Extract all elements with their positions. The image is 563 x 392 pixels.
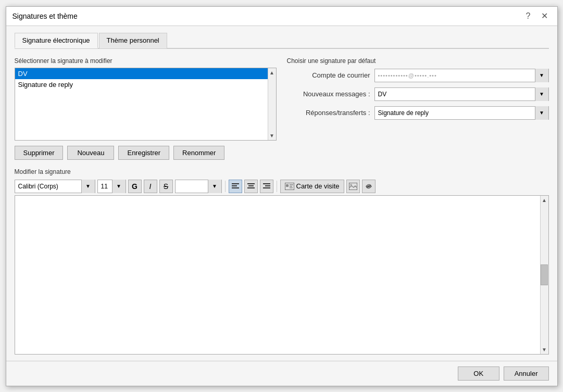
svg-rect-3	[247, 183, 255, 184]
svg-rect-0	[232, 183, 239, 184]
title-bar: Signatures et thème ? ✕	[6, 7, 557, 26]
align-left-button[interactable]	[229, 180, 242, 193]
nouveau-button[interactable]: Nouveau	[67, 146, 114, 160]
dialog-footer: OK Annuler	[6, 361, 557, 386]
carte-visite-icon	[285, 183, 294, 190]
tab-theme-label: Thème personnel	[107, 36, 159, 44]
insert-link-icon	[365, 183, 373, 190]
scroll-up-arrow[interactable]: ▲	[268, 68, 276, 77]
modify-section: Modifier la signature Calibri (Corps) ▼ …	[15, 168, 549, 355]
nouveaux-messages-value: DV	[375, 89, 535, 99]
color-value	[176, 185, 208, 188]
scroll-down-arrow[interactable]: ▼	[268, 131, 276, 140]
scroll-thumb	[541, 264, 548, 285]
sig-item-reply[interactable]: Signature de reply	[15, 79, 268, 90]
svg-rect-7	[265, 185, 270, 186]
compte-courrier-label: Compte de courrier	[287, 71, 370, 79]
editor-scroll-down[interactable]: ▼	[540, 345, 548, 354]
color-select[interactable]: ▼	[175, 180, 222, 193]
svg-rect-1	[232, 185, 237, 186]
tab-theme-personnel[interactable]: Thème personnel	[99, 33, 167, 48]
editor-scroll-up[interactable]: ▲	[540, 196, 548, 205]
insert-image-button[interactable]	[346, 180, 360, 193]
sig-list-container: DV Signature de reply ▲ ▼	[15, 68, 277, 141]
reponses-transferts-select[interactable]: Signature de reply ▼	[374, 106, 549, 120]
color-select-arrow[interactable]: ▼	[208, 180, 221, 193]
font-select-arrow[interactable]: ▼	[81, 180, 95, 193]
align-center-button[interactable]	[244, 180, 258, 193]
nouveaux-messages-label: Nouveaux messages :	[287, 90, 370, 98]
svg-rect-12	[290, 186, 292, 187]
sig-list-scrollbar: ▲ ▼	[268, 68, 276, 140]
tab-signature-label: Signature électronique	[22, 36, 90, 44]
svg-rect-10	[286, 184, 289, 187]
dialog-title: Signatures et thème	[12, 12, 78, 20]
reponses-transferts-value: Signature de reply	[375, 108, 535, 118]
default-sig-grid: Compte de courrier ••••••••••••@•••••.••…	[287, 69, 549, 120]
font-size-value: 11	[98, 181, 112, 192]
align-right-button[interactable]	[260, 180, 273, 193]
nouveaux-messages-row: Nouveaux messages : DV ▼	[287, 87, 549, 101]
insert-image-icon	[349, 183, 357, 190]
tabs-container: Signature électronique Thème personnel	[15, 32, 549, 49]
tab-signature-electronique[interactable]: Signature électronique	[15, 33, 98, 48]
main-section: Sélectionner la signature à modifier DV …	[15, 57, 549, 160]
carte-visite-button[interactable]: Carte de visite	[280, 180, 344, 193]
svg-rect-2	[232, 187, 239, 188]
sig-item-dv[interactable]: DV	[15, 68, 268, 79]
svg-rect-6	[263, 183, 270, 184]
svg-rect-8	[263, 187, 270, 188]
carte-visite-label: Carte de visite	[296, 182, 340, 190]
svg-rect-13	[290, 187, 293, 188]
align-right-icon	[263, 183, 270, 189]
signature-editor[interactable]: ▲ ▼	[15, 195, 549, 355]
dialog-content: Signature électronique Thème personnel S…	[6, 26, 557, 361]
compte-courrier-value: ••••••••••••@•••••.•••	[375, 71, 535, 80]
reponses-transferts-row: Réponses/transferts : Signature de reply…	[287, 106, 549, 120]
ok-button[interactable]: OK	[458, 366, 499, 381]
sig-list: DV Signature de reply	[15, 68, 268, 140]
dialog: Signatures et thème ? ✕ Signature électr…	[6, 6, 558, 386]
toolbar-divider-1	[225, 181, 226, 192]
modify-label: Modifier la signature	[15, 168, 549, 175]
cancel-button[interactable]: Annuler	[504, 366, 549, 381]
insert-link-button[interactable]	[362, 180, 376, 193]
svg-rect-4	[248, 185, 254, 186]
strikethrough-button[interactable]: S	[159, 180, 173, 193]
reponses-transferts-label: Réponses/transferts :	[287, 109, 370, 117]
align-center-icon	[247, 183, 255, 189]
font-value: Calibri (Corps)	[15, 181, 81, 192]
sig-list-label: Sélectionner la signature à modifier	[15, 57, 277, 65]
italic-button[interactable]: I	[144, 180, 157, 193]
close-button[interactable]: ✕	[538, 11, 551, 21]
font-size-arrow[interactable]: ▼	[112, 180, 126, 193]
default-sig-label: Choisir une signature par défaut	[287, 57, 549, 65]
font-size-select[interactable]: 11 ▼	[97, 180, 126, 193]
nouveaux-messages-arrow[interactable]: ▼	[535, 87, 548, 101]
toolbar-divider-2	[277, 181, 277, 192]
left-section: Sélectionner la signature à modifier DV …	[15, 57, 277, 160]
supprimer-button[interactable]: Supprimer	[15, 146, 64, 160]
svg-rect-5	[247, 187, 255, 188]
align-left-icon	[232, 183, 239, 189]
enregistrer-button[interactable]: Enregistrer	[118, 146, 169, 160]
renommer-button[interactable]: Renommer	[173, 146, 224, 160]
compte-courrier-select[interactable]: ••••••••••••@•••••.••• ▼	[374, 69, 549, 82]
compte-courrier-row: Compte de courrier ••••••••••••@•••••.••…	[287, 69, 549, 82]
font-select[interactable]: Calibri (Corps) ▼	[15, 180, 95, 193]
editor-scrollbar[interactable]: ▲ ▼	[540, 196, 548, 354]
formatting-toolbar: Calibri (Corps) ▼ 11 ▼ G I S ▼	[15, 180, 549, 193]
compte-courrier-arrow[interactable]: ▼	[535, 69, 548, 82]
bold-button[interactable]: G	[128, 180, 142, 193]
right-section: Choisir une signature par défaut Compte …	[287, 57, 549, 160]
nouveaux-messages-select[interactable]: DV ▼	[374, 87, 549, 101]
title-bar-controls: ? ✕	[523, 11, 551, 21]
action-buttons: Supprimer Nouveau Enregistrer Renommer	[15, 146, 277, 160]
help-button[interactable]: ?	[523, 11, 534, 21]
svg-rect-11	[290, 184, 293, 185]
reponses-transferts-arrow[interactable]: ▼	[535, 106, 548, 120]
